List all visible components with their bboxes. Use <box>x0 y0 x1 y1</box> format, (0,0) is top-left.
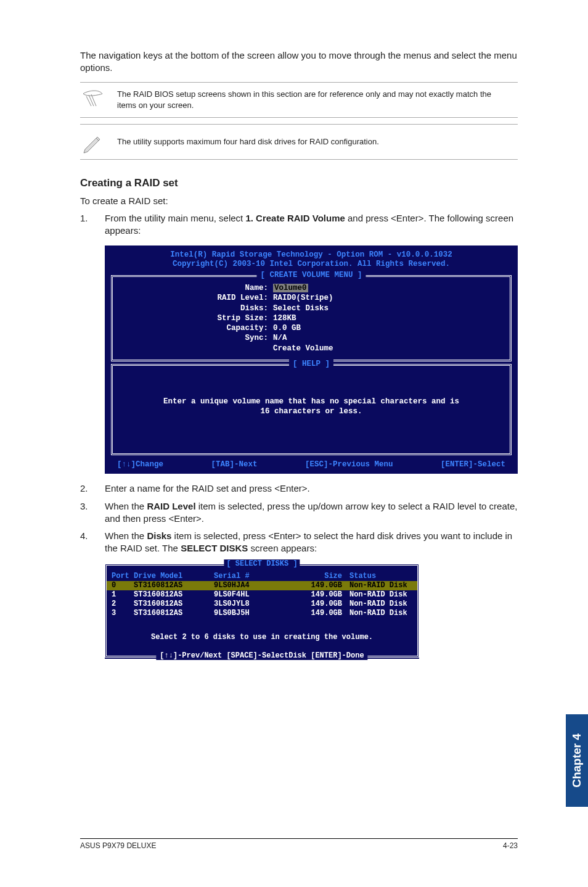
bios-field-row: Capacity:0.0 GB <box>137 323 485 333</box>
bios-footer: [↑↓]Change [TAB]-Next [ESC]-Previous Men… <box>105 455 518 470</box>
bios-field-value: Select Disks <box>273 303 485 313</box>
bios-header: Intel(R) Rapid Storage Technology - Opti… <box>105 245 518 273</box>
bios-field-label: Name: <box>137 283 273 293</box>
bios-create-volume-screen: Intel(R) Rapid Storage Technology - Opti… <box>105 245 518 474</box>
bios-help-text: Enter a unique volume name that has no s… <box>137 372 485 448</box>
bios-field-row: Disks:Select Disks <box>137 303 485 313</box>
col-size: Size <box>294 572 349 581</box>
bios2-table: Port Drive Model Serial # Size Status 0S… <box>107 566 417 654</box>
bios-help-box: [ HELP ] Enter a unique volume name that… <box>111 364 512 456</box>
cell-size: 149.0GB <box>294 600 349 609</box>
key-change: [↑↓]Change <box>117 460 163 469</box>
note-1-text: The RAID BIOS setup screens shown in thi… <box>117 89 513 110</box>
step-num: 1. <box>80 212 105 237</box>
table-row: 1ST3160812AS9LS0F4HL149.0GBNon-RAID Disk <box>112 590 412 600</box>
step-text: When the Disks item is selected, press <… <box>105 530 518 555</box>
step-text: Enter a name for the RAID set and press … <box>105 482 518 495</box>
cell-serial: 3LS0JYL8 <box>214 600 294 609</box>
bios-field-label: Disks: <box>137 303 273 313</box>
bios-field-label: RAID Level: <box>137 293 273 303</box>
table-row: 2ST3160812AS3LS0JYL8149.0GBNon-RAID Disk <box>112 600 412 609</box>
col-serial: Serial # <box>214 572 294 581</box>
step-num: 3. <box>80 500 105 526</box>
cell-serial: 9LS0BJ5H <box>214 609 294 618</box>
txt-pre: When the <box>105 530 147 541</box>
step-1: 1. From the utility main menu, select 1.… <box>80 212 518 237</box>
note-box-2: The utility supports maximum four hard d… <box>80 124 518 160</box>
bios-field-value: 128KB <box>273 313 485 323</box>
step-num: 4. <box>80 530 105 555</box>
cell-size: 149.0GB <box>294 581 349 590</box>
section-heading: Creating a RAID set <box>80 177 518 189</box>
txt-pre: From the utility main menu, select <box>105 213 245 223</box>
key-next: [TAB]-Next <box>211 460 257 469</box>
bios2-footer: [↑↓]-Prev/Next [SPACE]-SelectDisk [ENTER… <box>107 656 417 658</box>
step-2: 2. Enter a name for the RAID set and pre… <box>80 482 518 495</box>
cell-status: Non-RAID Disk <box>349 581 412 590</box>
bios-field-label: Capacity: <box>137 323 273 333</box>
cell-status: Non-RAID Disk <box>349 600 412 609</box>
cell-port: 2 <box>112 600 134 609</box>
bios-field-row: Create Volume <box>137 344 485 353</box>
bios-field-value: N/A <box>273 333 485 343</box>
txt-post2: screen appears: <box>248 543 317 553</box>
help-line-2: 16 characters or less. <box>150 406 473 416</box>
pencil-icon <box>80 130 117 154</box>
bios-select-disks-screen: [ SELECT DISKS ] Port Drive Model Serial… <box>105 564 419 659</box>
bios-field-value: Volume0 <box>273 283 485 293</box>
bios2-footer-text: [↑↓]-Prev/Next [SPACE]-SelectDisk [ENTER… <box>156 651 367 660</box>
step-num: 2. <box>80 482 105 495</box>
key-select: [ENTER]-Select <box>441 460 505 469</box>
table-row: 3ST3160812AS9LS0BJ5H149.0GBNon-RAID Disk <box>112 609 412 618</box>
bios-field-row: Sync:N/A <box>137 333 485 343</box>
key-prev: [ESC]-Previous Menu <box>305 460 393 469</box>
col-status: Status <box>349 572 412 581</box>
bios-field-row: Name:Volume0 <box>137 283 485 293</box>
step-3: 3. When the RAID Level item is selected,… <box>80 500 518 526</box>
bios-title-1: Intel(R) Rapid Storage Technology - Opti… <box>129 250 493 260</box>
cell-port: 0 <box>112 581 134 590</box>
bios-box-title: [ CREATE VOLUME MENU ] <box>256 271 365 279</box>
cell-model: ST3160812AS <box>134 600 214 609</box>
bios-field-label <box>137 344 273 353</box>
bios2-title: [ SELECT DISKS ] <box>224 559 300 568</box>
cell-status: Non-RAID Disk <box>349 590 412 600</box>
col-port: Port <box>112 572 134 581</box>
footer-product: ASUS P9X79 DELUXE <box>80 841 156 850</box>
bios2-note: Select 2 to 6 disks to use in creating t… <box>112 618 412 654</box>
bios-field-row: Strip Size: 128KB <box>137 313 485 323</box>
bios-field-value: RAID0(Stripe) <box>273 293 485 303</box>
txt-bold2: SELECT DISKS <box>181 543 248 553</box>
cell-model: ST3160812AS <box>134 581 214 590</box>
table-row: 0ST3160812AS9LS0HJA4149.0GBNon-RAID Disk <box>107 581 417 590</box>
bios-field-label: Sync: <box>137 333 273 343</box>
bios2-box: [ SELECT DISKS ] Port Drive Model Serial… <box>105 564 419 658</box>
chapter-tab-label: Chapter 4 <box>570 733 584 788</box>
cell-serial: 9LS0HJA4 <box>214 581 294 590</box>
bios-field-value: 0.0 GB <box>273 323 485 333</box>
note-box-1: The RAID BIOS setup screens shown in thi… <box>80 82 518 118</box>
page-footer: ASUS P9X79 DELUXE 4-23 <box>80 838 518 850</box>
bios-create-menu-box: [ CREATE VOLUME MENU ] Name:Volume0RAID … <box>111 275 512 361</box>
bios-field-label: Strip Size: <box>137 313 273 323</box>
cell-status: Non-RAID Disk <box>349 609 412 618</box>
table-header: Port Drive Model Serial # Size Status <box>112 572 412 581</box>
note-2-text: The utility supports maximum four hard d… <box>117 136 385 147</box>
col-model: Drive Model <box>134 572 214 581</box>
note-ref-icon <box>80 88 117 112</box>
cell-port: 3 <box>112 609 134 618</box>
txt-bold: Disks <box>147 530 171 541</box>
bios-title-2: Copyright(C) 2003-10 Intel Corporation. … <box>129 260 493 269</box>
cell-serial: 9LS0F4HL <box>214 590 294 600</box>
cell-size: 149.0GB <box>294 609 349 618</box>
bios-field-value: Create Volume <box>273 344 485 353</box>
section-intro: To create a RAID set: <box>80 196 518 206</box>
step-4: 4. When the Disks item is selected, pres… <box>80 530 518 555</box>
chapter-tab: Chapter 4 <box>566 714 588 807</box>
help-line-1: Enter a unique volume name that has no s… <box>150 397 473 406</box>
cell-port: 1 <box>112 590 134 600</box>
txt-pre: When the <box>105 501 147 511</box>
cell-model: ST3160812AS <box>134 609 214 618</box>
step-text: When the RAID Level item is selected, pr… <box>105 500 518 526</box>
footer-page-num: 4-23 <box>503 841 518 850</box>
